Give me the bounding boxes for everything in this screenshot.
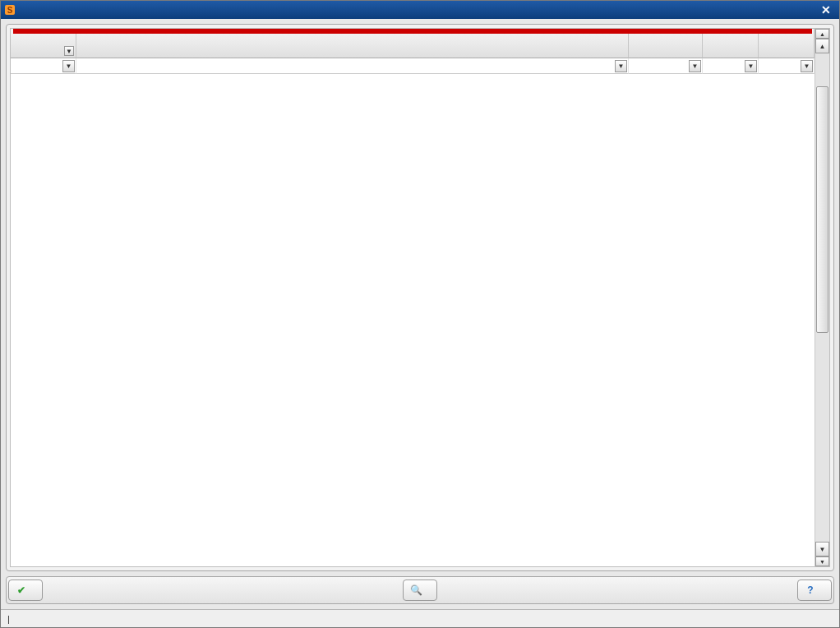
button-bar: ✔ 🔍 ? (6, 576, 834, 604)
chevron-down-icon[interactable]: ▼ (801, 60, 813, 72)
status-bar: | (1, 609, 839, 627)
col-header-kod-sprawozdawczy[interactable] (629, 29, 703, 58)
close-icon[interactable]: ✕ (816, 2, 836, 17)
filter-data-koncowa[interactable]: ▼ (759, 58, 815, 74)
filter-nazwa-pozycji[interactable]: ▼ (76, 58, 629, 74)
zamknij-button[interactable]: ✔ (8, 580, 43, 601)
chevron-down-icon[interactable]: ▼ (745, 60, 757, 72)
col-header-data-poczatkowa[interactable] (703, 29, 759, 58)
chevron-down-icon[interactable]: ▼ (64, 46, 74, 56)
content-area: ▼ ▼ ▼ ▼ ▼ ▼ ▲ ▲ (6, 24, 834, 604)
przegladaj-button[interactable]: 🔍 (403, 580, 437, 601)
col-header-kod-pozycji[interactable]: ▼ (11, 29, 76, 58)
status-left: | (7, 614, 833, 624)
dialog-window: S ✕ ▼ ▼ ▼ ▼ ▼ ▼ (0, 0, 840, 628)
scroll-thumb[interactable] (816, 86, 828, 333)
col-header-nazwa-pozycji[interactable] (76, 29, 629, 58)
filter-kod-sprawozdawczy[interactable]: ▼ (629, 58, 703, 74)
header-row: ▼ (11, 29, 815, 58)
chevron-down-icon[interactable]: ▼ (689, 60, 701, 72)
grid-panel: ▼ ▼ ▼ ▼ ▼ ▼ ▲ ▲ (6, 24, 834, 571)
rows-container (11, 74, 829, 566)
svg-text:S: S (7, 6, 13, 15)
filter-row: ▼ ▼ ▼ ▼ ▼ (11, 58, 815, 74)
scroll-track[interactable] (815, 53, 829, 542)
chevron-down-icon[interactable]: ▼ (615, 60, 627, 72)
chevron-down-icon[interactable]: ▼ (62, 60, 75, 72)
titlebar: S ✕ (1, 1, 839, 19)
filter-data-poczatkowa[interactable]: ▼ (703, 58, 759, 74)
scroll-top-icon[interactable]: ▲ (815, 29, 829, 39)
scroll-down-icon[interactable]: ▼ (815, 542, 829, 556)
scroll-up-icon[interactable]: ▲ (815, 39, 829, 53)
data-grid[interactable]: ▼ ▼ ▼ ▼ ▼ ▼ ▲ ▲ (10, 28, 830, 567)
col-header-data-koncowa[interactable] (759, 29, 815, 58)
help-icon: ? (805, 584, 816, 596)
status-sep: | (7, 614, 10, 624)
pomoc-button[interactable]: ? (797, 580, 832, 601)
filter-kod-pozycji[interactable]: ▼ (11, 58, 76, 74)
magnifier-icon: 🔍 (410, 584, 422, 596)
scroll-bottom-icon[interactable]: ▼ (815, 556, 829, 566)
vertical-scrollbar[interactable]: ▲ ▲ ▼ ▼ (815, 29, 829, 566)
check-icon: ✔ (16, 584, 27, 596)
app-icon: S (4, 4, 16, 16)
